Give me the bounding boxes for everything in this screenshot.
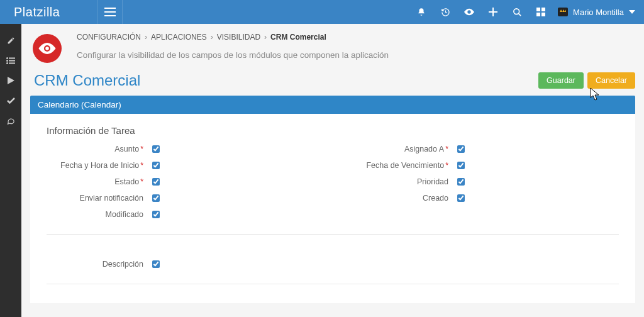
search-icon	[513, 8, 522, 17]
left-sidebar	[0, 24, 21, 317]
field-row-fecha-inicio: Fecha y Hora de Inicio*	[47, 161, 314, 170]
search-button[interactable]	[505, 0, 529, 24]
add-button[interactable]	[481, 0, 505, 24]
svg-rect-1	[104, 11, 116, 13]
breadcrumb-current: CRM Comercial	[270, 33, 326, 42]
required-marker: *	[140, 161, 143, 170]
chat-icon	[6, 117, 15, 125]
required-marker: *	[445, 161, 448, 170]
field-checkbox-modificado[interactable]	[152, 211, 160, 218]
sidebar-item-play[interactable]	[0, 70, 21, 91]
field-checkbox-asunto[interactable]	[152, 145, 160, 153]
breadcrumb-item[interactable]: CONFIGURACIÓN	[77, 33, 141, 42]
required-marker: *	[140, 177, 143, 186]
pencil-icon	[7, 36, 15, 45]
field-row-prioridad: Prioridad	[352, 177, 619, 186]
history-icon	[441, 8, 450, 17]
field-row-asignado: Asignado A*	[352, 145, 619, 153]
eye-icon	[464, 8, 474, 16]
field-row-fecha-venc: Fecha de Vencimiento*	[352, 161, 619, 170]
field-checkbox-fecha-inicio[interactable]	[152, 162, 160, 169]
page-subtitle: Configurar la visibilidad de los campos …	[77, 50, 635, 60]
svg-rect-0	[104, 8, 116, 9]
sidebar-item-list[interactable]	[0, 50, 21, 70]
menu-toggle-button[interactable]	[97, 0, 123, 24]
field-row-estado: Estado*	[47, 177, 314, 186]
field-checkbox-fecha-venc[interactable]	[457, 162, 465, 169]
hamburger-icon	[104, 8, 116, 16]
svg-rect-9	[536, 13, 540, 16]
divider	[47, 234, 619, 235]
notifications-button[interactable]	[409, 0, 433, 24]
svg-rect-16	[9, 62, 15, 64]
module-icon	[33, 34, 62, 63]
required-marker: *	[445, 145, 448, 153]
brand-logo: Platzilla	[0, 5, 97, 19]
list-icon	[6, 57, 15, 64]
user-menu[interactable]: Mario Montilla	[553, 8, 644, 17]
svg-line-6	[518, 13, 521, 16]
page-title: CRM Comercial	[34, 72, 535, 89]
eye-icon	[38, 43, 56, 54]
grid-icon	[536, 8, 545, 16]
svg-point-15	[6, 62, 8, 64]
user-avatar-icon	[558, 8, 568, 16]
svg-point-11	[6, 57, 8, 59]
top-icon-bar	[409, 0, 553, 24]
svg-point-13	[6, 60, 8, 62]
field-checkbox-descripcion[interactable]	[152, 260, 160, 268]
svg-rect-2	[104, 15, 116, 16]
group-title: Información de Tarea	[47, 125, 619, 136]
cancel-button[interactable]: Cancelar	[587, 72, 635, 89]
svg-rect-4	[489, 11, 497, 13]
svg-point-5	[513, 8, 519, 14]
svg-rect-14	[9, 60, 15, 61]
field-row-descripcion: Descripción	[47, 260, 314, 269]
fields-panel: Información de Tarea Asunto* Asignado A*…	[30, 114, 635, 303]
user-name: Mario Montilla	[573, 8, 624, 17]
play-icon	[8, 77, 14, 84]
field-row-asunto: Asunto*	[47, 145, 314, 153]
save-button[interactable]: Guardar	[538, 72, 584, 89]
sidebar-item-edit[interactable]	[0, 30, 21, 50]
field-checkbox-enviar-notif[interactable]	[152, 194, 160, 202]
field-row-enviar-notif: Enviar notificación	[47, 194, 314, 203]
svg-rect-8	[541, 8, 545, 11]
bell-icon	[417, 8, 426, 16]
section-header[interactable]: Calendario (Calendar)	[30, 96, 635, 114]
field-checkbox-creado[interactable]	[457, 194, 465, 202]
svg-rect-7	[536, 8, 540, 11]
main-content: CONFIGURACIÓN › APLICACIONES › VISIBILID…	[21, 24, 644, 317]
check-icon	[7, 97, 15, 104]
breadcrumb: CONFIGURACIÓN › APLICACIONES › VISIBILID…	[77, 33, 635, 42]
apps-button[interactable]	[529, 0, 553, 24]
field-row-creado: Creado	[352, 194, 619, 203]
svg-rect-10	[541, 13, 545, 16]
breadcrumb-item[interactable]: VISIBILIDAD	[217, 33, 260, 42]
field-row-modificado: Modificado	[47, 210, 314, 219]
field-checkbox-prioridad[interactable]	[457, 178, 465, 186]
field-checkbox-estado[interactable]	[152, 178, 160, 186]
top-bar: Platzilla Mario Montilla	[0, 0, 644, 24]
chevron-down-icon	[629, 10, 635, 14]
plus-icon	[489, 8, 497, 16]
sidebar-item-chat[interactable]	[0, 111, 21, 131]
divider	[47, 284, 619, 284]
history-button[interactable]	[433, 0, 457, 24]
field-checkbox-asignado[interactable]	[457, 145, 465, 153]
svg-rect-12	[9, 57, 15, 58]
breadcrumb-item[interactable]: APLICACIONES	[151, 33, 207, 42]
required-marker: *	[140, 145, 143, 153]
sidebar-item-check[interactable]	[0, 91, 21, 111]
visibility-button[interactable]	[457, 0, 481, 24]
